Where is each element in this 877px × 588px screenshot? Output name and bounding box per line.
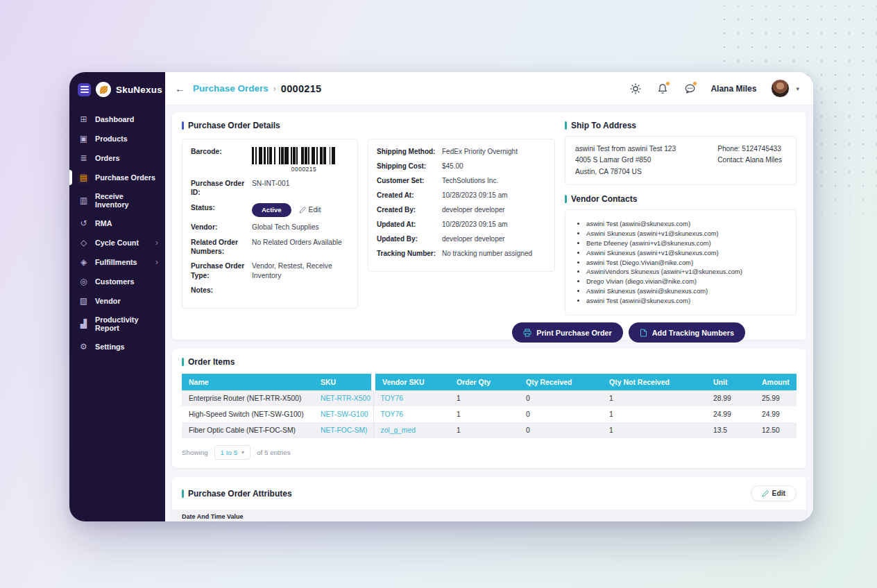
sidebar-item-cycle-count[interactable]: ◇ Cycle Count › [69,233,165,252]
cell-name: High-Speed Switch (NET-SW-G100) [182,406,314,422]
sidebar-item-orders[interactable]: ≣ Orders [69,148,165,168]
cell-order-qty: 1 [450,422,519,438]
field-status: Status: Active Edit [191,203,349,217]
cell-unit: 13.5 [706,422,755,438]
ship-to-address: aswini Test from aswini Test 123 4005 S … [575,144,676,178]
edit-attributes-button[interactable]: Edit [751,485,797,501]
page-content: Purchase Order Details Barcode: 0000215 [165,105,813,521]
vendor-sku-link[interactable]: TOY76 [381,395,403,402]
sidebar-item-fulfillments[interactable]: ◈ Fulfillments › [69,252,165,272]
section-bar [182,490,184,498]
page-size-dropdown[interactable]: 1 to 5 ▾ [214,445,251,460]
entries-label: of 5 entries [257,449,290,456]
vendor-sku-link[interactable]: zol_g_med [381,426,416,434]
receive-inventory-icon: ▥ [78,196,89,205]
sku-link[interactable]: NET-RTR-X500 [321,395,371,402]
vendor-contact: Aswini Skunexus (aswini+v1@skunexus.com) [586,248,789,258]
vendor-sku-link[interactable]: TOY76 [381,410,403,418]
showing-label: Showing [182,449,208,456]
chevron-right-icon: › [155,257,158,267]
cell-qty-received: 0 [519,390,602,406]
settings-icon: ⚙ [78,342,89,352]
ship-to-address-box: aswini Test from aswini Test 123 4005 S … [565,136,797,185]
sidebar-item-label: Vendor [95,297,121,305]
sidebar-item-label: Receive Inventory [95,192,158,209]
sidebar-item-vendor[interactable]: ▧ Vendor [69,291,165,311]
field-updated-at: Updated At:10/28/2023 09:15 am [377,220,546,230]
cell-amount: 25.99 [755,390,797,406]
customers-icon: ◎ [78,277,89,286]
cell-name: Enterprise Router (NET-RTR-X500) [182,390,314,406]
sidebar-item-rma[interactable]: ↺ RMA [69,214,165,233]
cell-order-qty: 1 [450,390,519,406]
cell-qty-not-received: 1 [602,422,706,438]
column-amount: Amount [755,374,797,390]
messages-chat-icon[interactable] [683,83,696,95]
field-related-orders: Related Order Numbers: No Related Orders… [191,238,349,257]
table-row: Enterprise Router (NET-RTR-X500) NET-RTR… [182,390,797,406]
app-window: SkuNexus ⊞ Dashboard ▣ Products ≣ Orders… [69,72,813,521]
vendor-contacts-title: Vendor Contacts [565,194,797,204]
sidebar-item-purchase-orders[interactable]: ▤ Purchase Orders [69,168,165,187]
cell-qty-not-received: 1 [602,390,706,406]
sidebar-nav: ⊞ Dashboard ▣ Products ≣ Orders ▤ Purcha… [69,105,165,356]
sidebar-item-settings[interactable]: ⚙ Settings [69,337,165,356]
sidebar-item-receive-inventory[interactable]: ▥ Receive Inventory [69,187,165,214]
sidebar-item-productivity-report[interactable]: ▟ Productivity Report [69,311,165,337]
status-badge[interactable]: Active [252,203,291,217]
edit-status-button[interactable]: Edit [299,205,321,214]
attribute-row-header: Date And Time Value [172,510,806,521]
field-created-by: Created By:developer developer [377,205,546,215]
notifications-bell-icon[interactable] [656,83,669,95]
notification-badge [665,81,670,86]
chevron-down-icon[interactable]: ▾ [796,85,799,92]
sidebar: SkuNexus ⊞ Dashboard ▣ Products ≣ Orders… [69,72,165,521]
field-shipping-method: Shipping Method:FedEx Priority Overnight [377,147,546,157]
sidebar-item-customers[interactable]: ◎ Customers [69,272,165,291]
column-qty-received: Qty Received [519,374,602,390]
dashboard-icon: ⊞ [78,114,89,124]
vendor-icon: ▧ [78,296,89,306]
po-core-fields-panel: Barcode: 0000215 Purchase Order ID: SN-I… [182,139,358,309]
fulfillments-icon: ◈ [78,257,89,267]
po-details-title: Purchase Order Details [182,121,555,130]
sidebar-item-label: Productivity Report [95,315,158,332]
po-details-right: Ship To Address aswini Test from aswini … [565,121,797,315]
sku-link[interactable]: NET-SW-G100 [321,410,368,418]
print-purchase-order-button[interactable]: Print Purchase Order [512,322,623,343]
vendor-link[interactable]: Global Tech Supplies [252,223,319,232]
cell-unit: 28.99 [706,390,755,406]
breadcrumb-current-po: 0000215 [281,83,322,94]
sidebar-item-label: Customers [95,277,134,286]
topbar: ← Purchase Orders › 0000215 Alana Miles … [165,72,813,105]
topbar-actions: Alana Miles ▾ [629,79,799,98]
theme-toggle-sun-icon[interactable] [629,83,642,95]
back-arrow-icon[interactable]: ← [175,83,185,94]
sidebar-item-label: Products [95,135,128,143]
pencil-icon [299,207,306,214]
sidebar-item-label: RMA [95,219,112,227]
printer-icon [523,329,531,337]
column-qty-not-received: Qty Not Received [602,374,706,390]
brand-name: SkuNexus [116,85,162,95]
sidebar-item-products[interactable]: ▣ Products [69,129,165,148]
orders-icon: ≣ [78,153,89,163]
field-po-type: Purchase Order Type: Vendor, Restest, Re… [191,261,349,280]
breadcrumb-purchase-orders[interactable]: Purchase Orders [193,83,269,94]
barcode-image [252,147,356,164]
chevron-right-icon: › [155,238,158,248]
po-details-card: Purchase Order Details Barcode: 0000215 [172,112,806,340]
sidebar-item-dashboard[interactable]: ⊞ Dashboard [69,110,165,129]
chevron-down-icon: ▾ [241,449,244,456]
purchase-orders-icon: ▤ [78,173,89,182]
field-notes: Notes: [191,286,349,295]
field-customer-set: Customer Set:TechSolutions Inc. [377,176,546,186]
sku-link[interactable]: NET-FOC-SM) [321,426,368,434]
message-badge [692,81,697,86]
sidebar-item-label: Dashboard [95,115,134,123]
sidebar-item-label: Settings [95,343,125,351]
add-tracking-numbers-button[interactable]: Add Tracking Numbers [629,322,745,343]
hamburger-menu-icon[interactable] [78,83,91,96]
table-row: Fiber Optic Cable (NET-FOC-SM) NET-FOC-S… [182,422,797,438]
user-avatar[interactable] [771,79,790,98]
